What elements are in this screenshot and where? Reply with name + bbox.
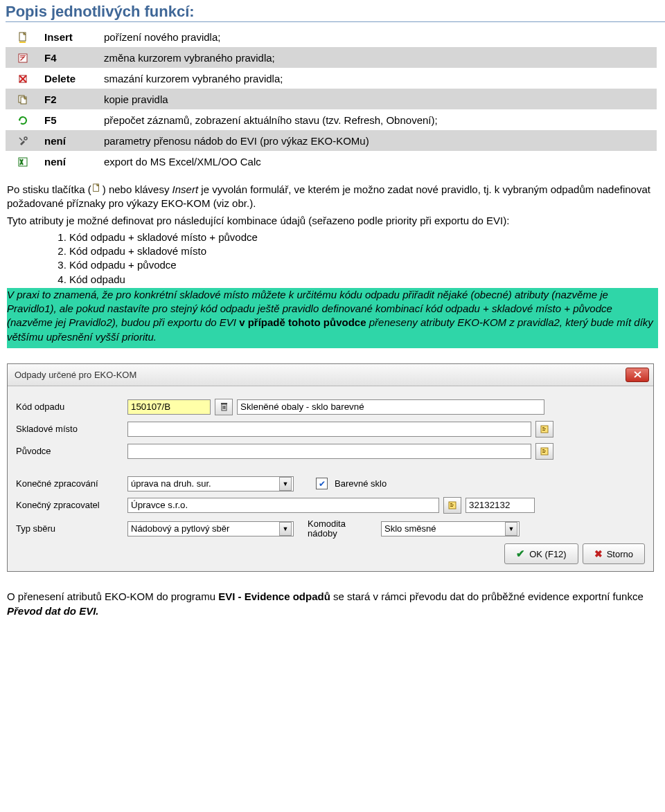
svg-rect-27 (450, 503, 452, 504)
new-document-icon (17, 32, 28, 43)
svg-rect-25 (542, 452, 545, 453)
chevron-down-icon: ▼ (279, 522, 292, 536)
zpracovatel-id-input[interactable] (466, 498, 535, 513)
list-item: Kód odpadu (69, 273, 658, 287)
picker-button[interactable] (535, 443, 553, 460)
key-label: F2 (43, 89, 103, 109)
key-desc: přepočet záznamů, zobrazení aktuálního s… (103, 109, 657, 130)
chevron-down-icon: ▼ (279, 477, 292, 491)
komodita-nadoby-select[interactable]: Sklo směsné ▼ (381, 521, 520, 536)
key-desc: kopie pravidla (103, 89, 657, 109)
table-row: F5 přepočet záznamů, zobrazení aktuálníh… (6, 109, 657, 130)
paragraph-intro: Po stisku tlačítka () nebo klávesy Inser… (7, 183, 658, 211)
svg-rect-29 (450, 506, 453, 507)
key-label: F4 (43, 47, 103, 68)
barevne-sklo-checkbox[interactable]: ✔ (316, 478, 328, 489)
svg-rect-4 (20, 57, 24, 57)
svg-rect-11 (19, 158, 27, 166)
svg-rect-28 (450, 505, 454, 505)
highlighted-note: V praxi to znamená, že pro konkrétní skl… (7, 288, 658, 348)
key-desc: smazání kurzorem vybraného pravidla; (103, 68, 657, 89)
table-row: není parametry přenosu nádob do EVI (pro… (6, 130, 657, 151)
typ-sberu-select[interactable]: Nádobový a pytlový sběr ▼ (127, 521, 294, 536)
section-heading: Popis jednotlivých funkcí: (6, 3, 665, 22)
svg-rect-21 (542, 430, 545, 431)
priority-list: Kód odpadu + skladové místo + původce Kó… (42, 231, 658, 287)
excel-icon (17, 156, 28, 168)
skladove-misto-input[interactable] (127, 422, 531, 437)
picker-button[interactable] (443, 497, 461, 514)
table-row: není export do MS Excel/XML/OO Calc (6, 151, 657, 172)
paragraph-attributes: Tyto atributy je možné definovat pro nás… (7, 214, 658, 228)
x-icon: ✖ (594, 548, 603, 559)
close-button[interactable] (626, 368, 649, 382)
label-puvodce: Původce (16, 446, 123, 456)
footer-paragraph: O přenesení atributů EKO-KOM do programu… (7, 590, 658, 618)
picker-button[interactable] (535, 421, 553, 437)
list-item: Kód odpadu + skladové místo + původce (69, 231, 658, 244)
key-desc: parametry přenosu nádob do EVI (pro výka… (103, 130, 657, 151)
svg-rect-20 (542, 428, 546, 429)
konecne-zpracovani-select[interactable]: úprava na druh. sur. ▼ (127, 476, 294, 491)
trash-picker-button[interactable] (215, 399, 233, 415)
table-row: Insert pořízení nového pravidla; (6, 26, 657, 47)
edit-icon (17, 53, 28, 64)
svg-rect-19 (542, 427, 544, 428)
key-label: Insert (43, 26, 103, 47)
refresh-icon (17, 115, 28, 126)
delete-icon (17, 73, 28, 84)
chevron-down-icon: ▼ (505, 522, 517, 536)
kod-odpadu-name[interactable] (237, 399, 544, 415)
functions-table: Insert pořízení nového pravidla; F4 změn… (6, 26, 657, 172)
label-typ-sberu: Typ sběru (16, 523, 123, 534)
label-konecny-zpracovatel: Konečný zpracovatel (16, 500, 123, 510)
key-desc: pořízení nového pravidla; (103, 26, 657, 47)
barevne-sklo-label: Barevné sklo (335, 478, 387, 489)
konecny-zpracovatel-input[interactable] (127, 498, 439, 513)
dialog-title: Odpady určené pro EKO-KOM (15, 370, 136, 380)
puvodce-input[interactable] (127, 444, 531, 459)
tools-icon (17, 136, 28, 147)
key-label: není (43, 151, 103, 172)
new-document-icon (91, 183, 103, 195)
list-item: Kód odpadu + původce (69, 258, 658, 272)
label-komodita-nadoby: Komodita nádoby (298, 519, 377, 538)
key-label: F5 (43, 109, 103, 130)
key-label: není (43, 130, 103, 151)
table-row: F4 změna kurzorem vybraného pravidla; (6, 47, 657, 68)
dialog-titlebar: Odpady určené pro EKO-KOM (8, 364, 653, 386)
label-skladove-misto: Skladové místo (16, 424, 123, 434)
svg-rect-3 (20, 55, 26, 56)
svg-rect-17 (221, 403, 227, 404)
label-konecne-zpracovani: Konečné zpracování (16, 478, 123, 489)
kod-odpadu-input[interactable] (127, 399, 211, 415)
dialog-ekokom: Odpady určené pro EKO-KOM Kód odpadu Skl… (7, 363, 654, 572)
key-desc: export do MS Excel/XML/OO Calc (103, 151, 657, 172)
table-row: Delete smazání kurzorem vybraného pravid… (6, 68, 657, 89)
svg-point-10 (24, 137, 27, 140)
list-item: Kód odpadu + skladové místo (69, 244, 658, 258)
check-icon: ✔ (516, 548, 525, 560)
key-desc: změna kurzorem vybraného pravidla; (103, 47, 657, 68)
label-kod-odpadu: Kód odpadu (16, 402, 123, 412)
svg-rect-24 (542, 451, 546, 451)
table-row: F2 kopie pravidla (6, 89, 657, 109)
storno-button[interactable]: ✖ Storno (583, 543, 645, 564)
svg-rect-23 (542, 449, 544, 450)
ok-button[interactable]: ✔ OK (F12) (504, 543, 578, 564)
key-label: Delete (43, 68, 103, 89)
copy-icon (17, 94, 28, 105)
